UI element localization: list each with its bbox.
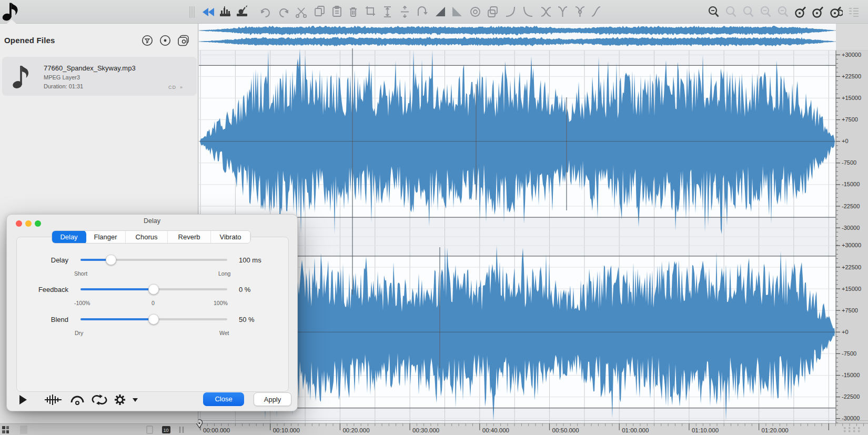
svg-text:01:10.000: 01:10.000: [692, 427, 719, 433]
svg-text:00:30.000: 00:30.000: [412, 427, 439, 433]
svg-text:10: 10: [164, 428, 169, 433]
svg-text:+0: +0: [842, 138, 849, 144]
svg-text:+30000: +30000: [842, 242, 861, 248]
svg-text:+0: +0: [842, 329, 849, 335]
svg-text:-22500: -22500: [842, 203, 860, 209]
svg-text:+22500: +22500: [842, 73, 861, 79]
svg-text:+15000: +15000: [842, 286, 861, 292]
svg-text:-15000: -15000: [842, 181, 860, 187]
svg-text:00:40.000: 00:40.000: [482, 427, 509, 433]
svg-text:01:20.000: 01:20.000: [762, 427, 789, 433]
svg-text:+22500: +22500: [842, 264, 861, 270]
svg-text:+7500: +7500: [842, 116, 858, 123]
svg-text:00:10.000: 00:10.000: [273, 427, 300, 433]
svg-text:-7500: -7500: [842, 350, 856, 357]
svg-text:+15000: +15000: [842, 95, 861, 101]
svg-text:00:50.000: 00:50.000: [552, 427, 579, 433]
svg-text:+7500: +7500: [842, 307, 858, 313]
svg-text:-22500: -22500: [842, 393, 860, 400]
svg-text:-7500: -7500: [842, 159, 856, 166]
svg-text:+30000: +30000: [842, 52, 861, 58]
svg-text:-15000: -15000: [842, 372, 860, 378]
svg-text:00:20.000: 00:20.000: [342, 427, 369, 433]
svg-text:-30000: -30000: [842, 225, 860, 231]
svg-text:00:00.000: 00:00.000: [203, 427, 230, 433]
svg-text:01:00.000: 01:00.000: [622, 427, 649, 433]
